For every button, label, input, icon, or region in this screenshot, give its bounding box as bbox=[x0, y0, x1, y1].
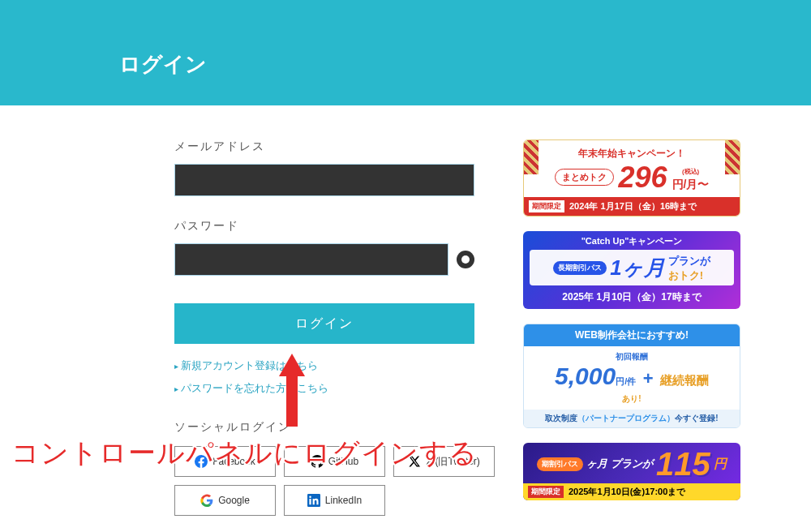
register-link[interactable]: 新規アカウント登録はこちら bbox=[174, 358, 474, 373]
b3-partner: （パートナープログラム） bbox=[577, 414, 675, 423]
b1-unit: 円/月〜 bbox=[672, 178, 710, 191]
email-label: メールアドレス bbox=[174, 139, 474, 154]
b4-price: 115 bbox=[656, 448, 710, 480]
page-header: ログイン bbox=[0, 23, 811, 105]
campaign-banner-2[interactable]: "Catch Up"キャンペーン 長期割引パス 1ヶ月 プランがおトク! 202… bbox=[523, 231, 740, 309]
b1-deadline: 2024年 1月17日（金）16時まで bbox=[569, 200, 697, 212]
b2-deadline: 2025年 1月10日（金）17時まで bbox=[523, 285, 740, 309]
b1-badge: まとめトク bbox=[555, 169, 614, 186]
linkedin-label: LinkedIn bbox=[325, 495, 362, 506]
b1-tax: (税込) bbox=[682, 168, 699, 175]
github-label: GitHub bbox=[328, 456, 358, 467]
login-form: メールアドレス パスワード ログイン 新規アカウント登録はこちら パスワードを忘… bbox=[174, 139, 474, 516]
linkedin-login-button[interactable]: LinkedIn bbox=[284, 485, 385, 516]
google-login-button[interactable]: Google bbox=[174, 485, 276, 516]
facebook-icon bbox=[195, 455, 208, 468]
linkedin-icon bbox=[307, 494, 320, 507]
login-button[interactable]: ログイン bbox=[174, 303, 474, 344]
b3-keizoku: 継続報酬 bbox=[660, 373, 709, 387]
b1-campaign: 年末年始キャンペーン！ bbox=[532, 147, 732, 161]
b4-badge: 期割引パス bbox=[537, 457, 583, 471]
social-login-title: ソーシャルログイン bbox=[174, 420, 474, 435]
campaign-banner-4[interactable]: 期割引パス ヶ月 プランが 115 円 期間限定 2025年1月10日(金)17… bbox=[523, 443, 740, 500]
x-login-button[interactable]: X (旧Twitter) bbox=[393, 446, 495, 477]
password-input[interactable] bbox=[174, 243, 448, 276]
b3-bottom-pre: 取次制度 bbox=[545, 414, 577, 423]
top-bar bbox=[0, 0, 811, 23]
b3-price: 5,000 bbox=[555, 363, 616, 389]
sidebar-banners: 年末年始キャンペーン！ まとめトク 296 (税込)円/月〜 期間限定 2024… bbox=[523, 139, 740, 516]
b3-bottom-post: 今すぐ登録! bbox=[675, 414, 718, 423]
x-label: X (旧Twitter) bbox=[426, 455, 480, 469]
b3-ari: あり! bbox=[622, 394, 641, 403]
b3-init: 初回報酬 bbox=[530, 351, 733, 363]
facebook-login-button[interactable]: Facebook bbox=[174, 446, 276, 477]
x-icon bbox=[408, 455, 421, 468]
b1-price: 296 bbox=[619, 163, 667, 192]
password-label: パスワード bbox=[174, 219, 474, 234]
b4-yen: 円 bbox=[714, 456, 727, 473]
google-icon bbox=[200, 494, 213, 507]
github-icon bbox=[311, 455, 324, 468]
b2-plan: プランが bbox=[668, 255, 710, 267]
page-title: ログイン bbox=[119, 50, 207, 79]
forgot-password-link[interactable]: パスワードを忘れた方はこちら bbox=[174, 381, 474, 396]
campaign-banner-1[interactable]: 年末年始キャンペーン！ まとめトク 296 (税込)円/月〜 期間限定 2024… bbox=[523, 139, 740, 217]
email-input[interactable] bbox=[174, 164, 474, 196]
campaign-banner-3[interactable]: WEB制作会社におすすめ! 初回報酬 5,000円/件 + 継続報酬あり! 取次… bbox=[523, 324, 740, 428]
show-password-icon[interactable] bbox=[457, 251, 474, 268]
b3-top: WEB制作会社におすすめ! bbox=[524, 324, 740, 346]
b4-limited: 期間限定 bbox=[528, 486, 564, 498]
b2-otoku: おトク! bbox=[668, 269, 703, 281]
facebook-label: Facebook bbox=[212, 456, 255, 467]
b3-plus: + bbox=[643, 368, 654, 388]
github-login-button[interactable]: GitHub bbox=[284, 446, 385, 477]
b2-campaign: "Catch Up"キャンペーン bbox=[523, 231, 740, 250]
b3-unit: 円/件 bbox=[616, 376, 636, 386]
b4-month: ヶ月 プランが bbox=[586, 458, 653, 470]
b4-deadline: 2025年1月10日(金)17:00まで bbox=[569, 486, 685, 498]
google-label: Google bbox=[218, 495, 250, 506]
b2-big: 1ヶ月 bbox=[610, 254, 664, 282]
b1-limited: 期間限定 bbox=[529, 200, 564, 212]
b2-badge: 長期割引パス bbox=[553, 261, 607, 275]
